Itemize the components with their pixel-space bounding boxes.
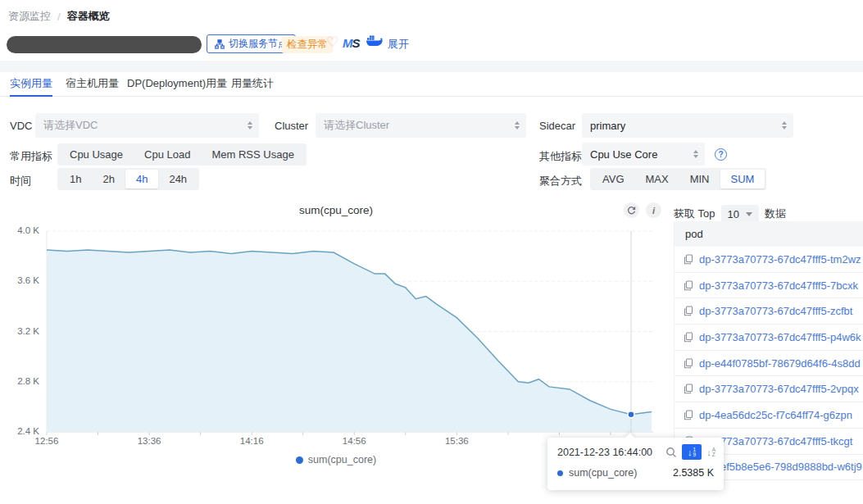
top-n-prefix: 获取 Top	[674, 207, 715, 221]
sidecar-select[interactable]: primary	[582, 113, 793, 138]
copy-icon[interactable]	[684, 254, 694, 265]
table-row: dp-3773a70773-67dc47fff5-2vpqx	[675, 376, 863, 402]
top-n-suffix: 数据	[765, 207, 786, 221]
sort-by-value-button[interactable]: ↓19	[682, 444, 702, 460]
tab-instance-usage[interactable]: 实例用量	[10, 76, 52, 91]
table-row: dp-3773a70773-67dc47fff5-p4w6k	[675, 325, 863, 351]
agg-avg[interactable]: AVG	[592, 170, 635, 188]
vdc-select[interactable]: 请选择VDC	[35, 113, 259, 138]
common-metrics-group: Cpu Usage Cpu Load Mem RSS Usage	[57, 143, 307, 166]
page-background-band	[0, 61, 863, 72]
switch-service-node-label: 切换服务节点	[229, 37, 288, 51]
info-icon[interactable]: i	[646, 202, 661, 218]
cluster-select[interactable]: 请选择Cluster	[316, 113, 526, 138]
node-tree-icon	[215, 39, 225, 49]
check-anomaly-badge[interactable]: 检查异常	[282, 36, 333, 53]
y-axis-tick-label: 3.2 K	[0, 326, 39, 336]
chevron-updown-icon	[248, 121, 252, 129]
table-row: dp-3773a70773-67dc47fff5-zcfbt	[675, 298, 863, 325]
x-axis-tick-label: 15:36	[436, 436, 477, 446]
metric-cpu-usage[interactable]: Cpu Usage	[59, 145, 134, 164]
chevron-updown-icon	[515, 121, 520, 129]
x-axis-tick-label: 12:56	[26, 436, 67, 446]
aggregation-group: AVG MAX MIN SUM	[590, 168, 766, 190]
pod-link[interactable]: dp-4ea56dc25c-f7c64ff74-g6zpn	[699, 409, 852, 421]
agg-min[interactable]: MIN	[679, 170, 720, 188]
refresh-icon[interactable]	[624, 202, 639, 218]
copy-icon[interactable]	[684, 280, 694, 291]
tab-deployment-usage[interactable]: DP(Deployment)用量	[127, 76, 227, 91]
copy-icon[interactable]	[684, 358, 694, 369]
breadcrumb-section[interactable]: 资源监控	[8, 9, 51, 24]
copy-icon[interactable]	[684, 332, 694, 343]
copy-icon[interactable]	[684, 306, 694, 316]
sidecar-label: Sidecar	[539, 120, 575, 132]
top-n-control: 获取 Top 10 数据	[674, 205, 786, 223]
container-overview-page: 资源监控 / 容器概览 切换服务节点 检查异常 ♡ MS 展开 实例用量	[0, 0, 863, 504]
pod-link[interactable]: dp-3773a70773-67dc47fff5-tm2wz	[699, 253, 861, 266]
pod-link[interactable]: dp-3773a70773-67dc47fff5-zcfbt	[699, 305, 852, 317]
search-icon[interactable]	[665, 447, 677, 458]
tab-host-usage[interactable]: 宿主机用量	[66, 76, 119, 91]
pod-link[interactable]: dp-e44f0785bf-78679d64f6-4s8dd	[699, 357, 861, 370]
chevron-updown-icon	[782, 121, 787, 129]
time-range-group: 1h 2h 4h 24h	[57, 168, 199, 190]
table-row: dp-3773a70773-67dc47fff5-tm2wz	[675, 247, 863, 273]
time-range-label: 时间	[10, 174, 31, 188]
help-icon[interactable]: ?	[715, 148, 727, 161]
table-row: dp-e44f0785bf-78679d64f6-4s8dd	[675, 351, 863, 377]
y-axis-tick-label: 3.6 K	[0, 275, 39, 285]
legend-dot-icon	[296, 456, 303, 464]
chart-canvas	[0, 221, 672, 467]
chevron-down-icon	[746, 212, 752, 216]
time-1h[interactable]: 1h	[59, 170, 92, 188]
usage-line-chart: sum(cpu_core) 4.0 K3.6 K3.2 K2.8 K2.4 K1…	[0, 221, 672, 467]
tab-usage-stats[interactable]: 用量统计	[231, 76, 274, 91]
copy-icon[interactable]	[684, 410, 694, 420]
tooltip-timestamp: 2021-12-23 16:44:00	[557, 447, 665, 458]
pod-column-header: pod	[675, 221, 863, 247]
favorite-heart-icon[interactable]: ♡	[326, 34, 338, 51]
chart-title: sum(cpu_core)	[0, 204, 672, 216]
pod-link[interactable]: dp-3773a70773-67dc47fff5-7bcxk	[699, 279, 858, 292]
ms-logo: MS	[343, 36, 360, 50]
common-metrics-label: 常用指标	[10, 149, 52, 164]
x-axis-tick-label: 14:56	[334, 436, 375, 446]
time-2h[interactable]: 2h	[92, 170, 125, 188]
x-axis-tick-label: 14:16	[231, 436, 272, 446]
metric-mem-rss-usage[interactable]: Mem RSS Usage	[201, 145, 304, 164]
cluster-label: Cluster	[275, 120, 308, 132]
table-row: dp-4ea56dc25c-f7c64ff74-g6zpn	[675, 402, 863, 429]
tooltip-series-value: 2.5385 K	[673, 467, 714, 479]
active-tab-underline	[10, 95, 52, 97]
chart-tooltip: 2021-12-23 16:44:00 ↓19 ↓AZ sum(cpu_core…	[547, 438, 724, 490]
page-title: 容器概览	[67, 9, 110, 24]
vdc-label: VDC	[10, 120, 32, 132]
pod-link[interactable]: dp-3773a70773-67dc47fff5-p4w6k	[699, 331, 861, 343]
other-metrics-select[interactable]: Cpu Use Core	[582, 143, 705, 166]
y-axis-tick-label: 4.0 K	[0, 225, 39, 235]
agg-max[interactable]: MAX	[635, 170, 679, 188]
chevron-updown-icon	[693, 150, 698, 158]
agg-sum[interactable]: SUM	[720, 170, 765, 188]
top-n-select[interactable]: 10	[721, 205, 759, 223]
expand-link[interactable]: 展开	[388, 37, 409, 52]
time-24h[interactable]: 24h	[158, 170, 198, 188]
breadcrumb-separator: /	[57, 11, 61, 23]
aggregation-label: 聚合方式	[539, 174, 582, 188]
x-axis-tick-label: 13:36	[129, 436, 170, 446]
metric-cpu-load[interactable]: Cpu Load	[134, 145, 201, 164]
pod-link[interactable]: dp-3773a70773-67dc47fff5-2vpqx	[699, 383, 859, 395]
copy-icon[interactable]	[684, 384, 694, 394]
time-4h[interactable]: 4h	[125, 170, 158, 188]
sort-alphabetical-button[interactable]: ↓AZ	[706, 447, 715, 457]
breadcrumb: 资源监控 / 容器概览	[8, 9, 110, 24]
series-dot-icon	[557, 470, 563, 476]
usage-tabs: 实例用量 宿主机用量 DP(Deployment)用量 用量统计	[0, 72, 863, 97]
docker-whale-icon	[366, 35, 383, 51]
table-row: dp-3773a70773-67dc47fff5-7bcxk	[675, 273, 863, 299]
y-axis-tick-label: 2.8 K	[0, 376, 39, 386]
tooltip-series-name: sum(cpu_core)	[569, 467, 667, 479]
other-metrics-label: 其他指标	[539, 149, 582, 164]
redacted-node-selector[interactable]	[7, 36, 202, 53]
